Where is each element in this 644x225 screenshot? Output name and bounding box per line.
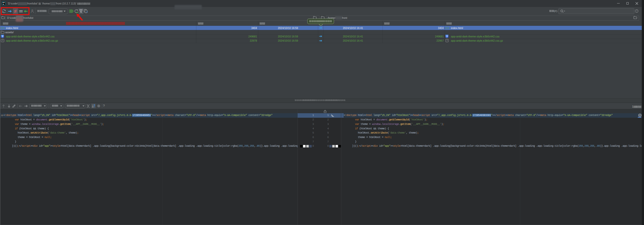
svg-text:?: ? xyxy=(636,10,637,13)
